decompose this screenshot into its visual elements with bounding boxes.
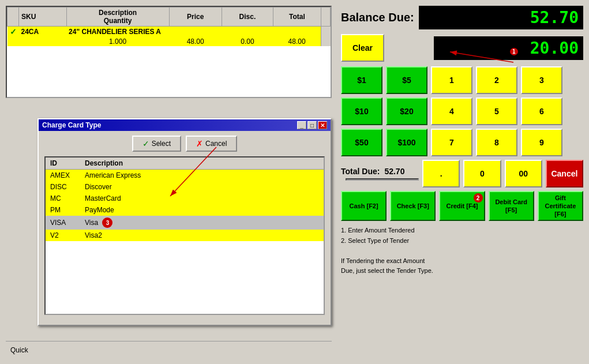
tender-buttons-row: Cash [F2] Check [F3] 2 Credit [F4] Debit… [341,191,583,221]
num7-button[interactable]: 7 [431,129,472,156]
col-id: ID [46,157,80,170]
row-detail-sku [19,37,67,46]
num3-button[interactable]: 3 [521,66,562,94]
card-id: AMEX [46,170,80,182]
modal-titlebar: Charge Card Type _ □ ✕ [39,119,331,131]
dollar5-button[interactable]: $5 [386,66,427,94]
badge-3: 3 [102,217,112,228]
row-detail-total: 48.00 [273,37,321,46]
list-item-selected[interactable]: VISA Visa 3 [46,216,324,230]
col-price: Price [169,7,222,27]
list-item[interactable]: DISC Discover [46,181,324,193]
list-item[interactable]: AMEX American Express [46,170,324,182]
dollar10-button[interactable]: $10 [341,97,382,125]
list-item[interactable]: PM PayMode [46,204,324,216]
col-sku: SKU [19,7,67,27]
row-detail-price: 48.00 [169,37,222,46]
card-desc: Visa2 [80,230,324,241]
balance-label: Balance Due: [341,11,414,24]
maximize-button[interactable]: □ [307,121,317,129]
card-id-visa: VISA [46,216,80,230]
gift-cert-button[interactable]: Gift Certificate [F6] [538,191,583,221]
num2-button[interactable]: 2 [476,66,517,94]
table-row[interactable]: ✓ 24CA 24" CHANDELIER SERIES A [7,27,331,37]
col-total: Total [273,7,321,27]
cash-label: Cash [F2] [350,202,378,209]
cancel-numpad-button[interactable]: Cancel [546,160,583,187]
card-desc: American Express [80,170,324,182]
tendered-row: Clear 1 20.00 [341,34,583,62]
total-value: 52.70 [384,167,404,176]
card-id: DISC [46,181,80,193]
instruction-line4: Due, just select the Tender Type. [341,266,583,276]
instruction-line1: 1. Enter Amount Tendered [341,226,583,236]
modal-title: Charge Card Type [42,121,101,129]
col-disc: Disc. [222,7,273,27]
receipt-table-container: SKU DescriptionQuantity Price Disc. Tota… [6,6,332,98]
list-item[interactable]: MC MasterCard [46,193,324,204]
debit-button[interactable]: Debit Card [F5] [489,191,534,221]
instructions: 1. Enter Amount Tendered 2. Select Type … [341,226,583,276]
double0-button[interactable]: 00 [505,160,542,187]
check-button[interactable]: Check [F3] [390,191,436,221]
col-desc: Description [80,157,324,170]
col-check [7,7,19,27]
num4-button[interactable]: 4 [431,97,472,125]
credit-label: Credit [F4] [446,202,478,209]
card-desc: MasterCard [80,193,324,204]
credit-button[interactable]: 2 Credit [F4] [439,191,485,221]
balance-display: 52.70 [419,6,583,29]
row-description: 24" CHANDELIER SERIES A [66,27,273,37]
col-description: DescriptionQuantity [66,7,169,27]
card-id: V2 [46,230,80,241]
right-panel: Balance Due: 52.70 Clear 1 20.00 $1 $5 1… [341,6,583,358]
num1-button[interactable]: 1 [431,66,472,94]
titlebar-buttons: _ □ ✕ [297,121,327,129]
instruction-line2: 2. Select Type of Tender [341,236,583,246]
total-label: Total Due: [341,167,380,176]
charge-card-modal: Charge Card Type _ □ ✕ ✓ Select ✗ Cancel… [37,118,332,326]
row-detail-disc: 0.00 [222,37,273,46]
card-desc: Discover [80,181,324,193]
receipt-table: SKU DescriptionQuantity Price Disc. Tota… [7,7,331,46]
check-icon: ✓ [142,139,149,148]
num0-button[interactable]: 0 [463,160,501,187]
change-display [346,178,419,181]
cancel-button[interactable]: ✗ Cancel [186,136,237,152]
scrollbar-col [321,27,331,47]
card-desc-visa: Visa 3 [80,216,324,230]
close-button[interactable]: ✕ [318,121,327,129]
dot-button[interactable]: . [422,160,460,187]
cash-button[interactable]: Cash [F2] [341,191,387,221]
tendered-display: 1 20.00 [434,36,583,60]
dollar100-button[interactable]: $100 [386,129,427,156]
debit-label: Debit Card [F5] [495,198,527,215]
num5-button[interactable]: 5 [476,97,517,125]
row-total-header [273,27,321,37]
select-button[interactable]: ✓ Select [132,136,181,152]
num6-button[interactable]: 6 [521,97,562,125]
x-icon: ✗ [196,139,203,148]
card-list-container: ID Description AMEX American Express DIS… [44,156,325,315]
quick-bar: Quick [6,341,332,358]
badge-2-credit: 2 [474,193,483,202]
gift-cert-label: Gift Certificate [F6] [545,194,576,219]
card-desc: PayMode [80,204,324,216]
minimize-button[interactable]: _ [297,121,306,129]
row-detail-empty [7,37,19,46]
total-section: Total Due: 52.70 [341,167,419,181]
list-item[interactable]: V2 Visa2 [46,230,324,241]
dollar50-button[interactable]: $50 [341,129,382,156]
total-row: Total Due: 52.70 [341,167,419,176]
clear-button[interactable]: Clear [341,34,384,62]
select-label: Select [152,140,171,148]
dollar20-button[interactable]: $20 [386,97,427,125]
card-id: MC [46,193,80,204]
numpad-row1: $1 $5 1 2 3 [341,66,583,94]
card-table: ID Description AMEX American Express DIS… [46,157,324,241]
table-row-detail: 1.000 48.00 0.00 48.00 [7,37,331,46]
num9-button[interactable]: 9 [521,129,562,156]
row-check: ✓ [7,27,19,37]
num8-button[interactable]: 8 [476,129,517,156]
dollar1-button[interactable]: $1 [341,66,382,94]
